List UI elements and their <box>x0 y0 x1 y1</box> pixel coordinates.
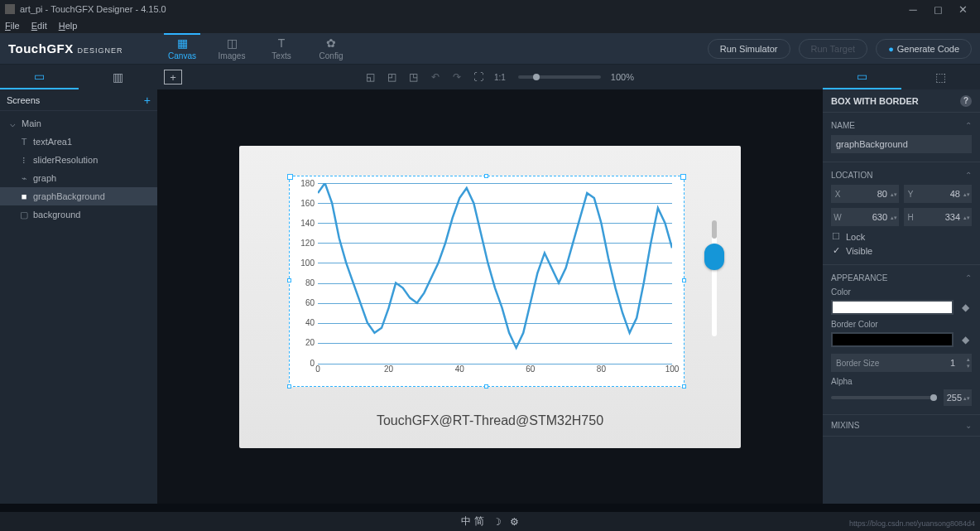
menu-help[interactable]: Help <box>59 21 78 31</box>
color-swatch[interactable] <box>831 300 954 315</box>
image-icon: ▢ <box>18 210 30 220</box>
minimize-button[interactable]: ─ <box>901 3 925 16</box>
w-input[interactable]: W630▴▾ <box>831 208 899 226</box>
gear-icon[interactable]: ⚙ <box>510 516 519 528</box>
redo-icon[interactable]: ↷ <box>449 69 465 85</box>
close-button[interactable]: ✕ <box>950 3 975 16</box>
visible-checkbox[interactable]: ✓Visible <box>831 245 972 256</box>
bring-front-icon[interactable]: ◳ <box>406 69 422 85</box>
collapse-icon[interactable]: ⌃ <box>965 121 972 130</box>
run-simulator-button[interactable]: Run Simulator <box>708 39 790 59</box>
sidebar: Screens + ⌵Main TtextArea1 ⫶sliderResolu… <box>0 89 157 504</box>
interactions-tab[interactable]: ⬚ <box>901 65 980 89</box>
menu-edit[interactable]: Edit <box>31 21 47 31</box>
tree-item-graph[interactable]: ⌁graph <box>0 169 157 187</box>
menu-file[interactable]: File <box>5 21 20 31</box>
titlebar: art_pi - TouchGFX Designer - 4.15.0 ─ ◻ … <box>0 0 980 18</box>
y-input[interactable]: Y48▴▾ <box>904 185 972 203</box>
slider-knob[interactable] <box>704 244 724 270</box>
undo-icon[interactable]: ↶ <box>427 69 444 85</box>
graph-background-widget[interactable]: 020406080100120140160180 020406080100 <box>289 176 685 387</box>
device-frame: 020406080100120140160180 020406080100 To… <box>239 146 741 448</box>
toolbar: ▭ ▥ + ◱ ◰ ◳ ↶ ↷ ⛶ 1:1 100% ▭ ⬚ <box>0 65 980 89</box>
lock-checkbox[interactable]: ☐Lock <box>831 231 972 242</box>
canvas-icon: ▦ <box>177 36 188 50</box>
footer: 中 简 ☽ ⚙ <box>0 512 980 531</box>
chart: 020406080100120140160180 020406080100 <box>296 183 677 379</box>
slider-widget[interactable] <box>704 220 724 336</box>
alpha-input[interactable]: 255▴▾ <box>944 389 972 406</box>
tree-item-textarea[interactable]: TtextArea1 <box>0 133 157 151</box>
box-icon: ■ <box>18 191 30 201</box>
fit-icon[interactable]: ⛶ <box>470 69 487 85</box>
border-color-swatch[interactable] <box>831 332 954 347</box>
send-backward-icon[interactable]: ◰ <box>384 69 401 85</box>
watermark: https://blog.csdn.net/yuansong8084d4 <box>849 519 975 528</box>
chevron-down-icon: ⌵ <box>7 118 18 129</box>
border-picker-button[interactable]: ◆ <box>958 334 972 345</box>
zoom-value: 100% <box>611 72 634 82</box>
help-icon[interactable]: ? <box>960 95 972 107</box>
add-screen-button[interactable]: + <box>144 94 151 107</box>
containers-view-button[interactable]: ▥ <box>79 65 157 89</box>
graph-icon: ⌁ <box>18 173 30 184</box>
text-icon: T <box>18 137 30 147</box>
properties-panel: BOX WITH BORDER? NAME⌃ LOCATION⌃ X80▴▾ Y… <box>823 89 980 504</box>
widget-type-label: BOX WITH BORDER <box>831 96 919 106</box>
caption-text: TouchGFX@RT-Thread@STM32H750 <box>239 413 741 428</box>
mixins-section[interactable]: MIXINS⌄ <box>823 415 980 437</box>
images-icon: ◫ <box>227 36 238 50</box>
mode-texts[interactable]: TTexts <box>257 33 306 64</box>
tree-item-slider[interactable]: ⫶sliderResolution <box>0 151 157 169</box>
component-tree: ⌵Main TtextArea1 ⫶sliderResolution ⌁grap… <box>0 111 157 227</box>
screens-view-button[interactable]: ▭ <box>0 65 79 89</box>
mode-images[interactable]: ◫Images <box>207 33 257 64</box>
x-input[interactable]: X80▴▾ <box>831 185 899 203</box>
run-target-button[interactable]: Run Target <box>799 39 868 59</box>
generate-code-button[interactable]: ●Generate Code <box>876 39 972 59</box>
moon-icon[interactable]: ☽ <box>492 516 502 528</box>
screens-heading: Screens <box>7 95 40 105</box>
mode-config[interactable]: ✿Config <box>306 33 356 64</box>
app-icon <box>5 4 15 14</box>
collapse-icon[interactable]: ⌃ <box>965 171 972 180</box>
texts-icon: T <box>278 36 286 50</box>
maximize-button[interactable]: ◻ <box>925 3 950 16</box>
tree-item-graphbackground[interactable]: ■graphBackground <box>0 187 157 205</box>
canvas-area[interactable]: 020406080100120140160180 020406080100 To… <box>157 89 823 504</box>
send-back-icon[interactable]: ◱ <box>363 69 379 85</box>
add-widget-button[interactable]: + <box>164 70 182 84</box>
zoom-reset-icon[interactable]: 1:1 <box>492 69 508 85</box>
border-size-input[interactable]: Border Size1▴▾ <box>831 354 972 372</box>
app-name: TouchGFX Designer - 4.15.0 <box>50 4 166 14</box>
tree-item-background[interactable]: ▢background <box>0 205 157 224</box>
topbar: TouchGFX DESIGNER ▦Canvas ◫Images TTexts… <box>0 33 980 65</box>
collapse-icon[interactable]: ⌃ <box>965 273 972 282</box>
config-icon: ✿ <box>326 36 336 50</box>
project-name: art_pi <box>20 4 43 14</box>
alpha-slider[interactable] <box>831 396 937 399</box>
menubar: File Edit Help <box>0 18 980 33</box>
ime-indicator[interactable]: 中 简 <box>461 514 483 529</box>
properties-tab[interactable]: ▭ <box>823 65 901 89</box>
zoom-slider[interactable] <box>518 75 601 79</box>
tree-screen-main[interactable]: ⌵Main <box>0 114 157 133</box>
slider-icon: ⫶ <box>18 155 30 165</box>
color-picker-button[interactable]: ◆ <box>958 302 972 313</box>
h-input[interactable]: H334▴▾ <box>904 208 972 226</box>
logo: TouchGFX DESIGNER <box>0 41 157 56</box>
name-input[interactable] <box>831 135 972 153</box>
mode-canvas[interactable]: ▦Canvas <box>157 33 207 64</box>
